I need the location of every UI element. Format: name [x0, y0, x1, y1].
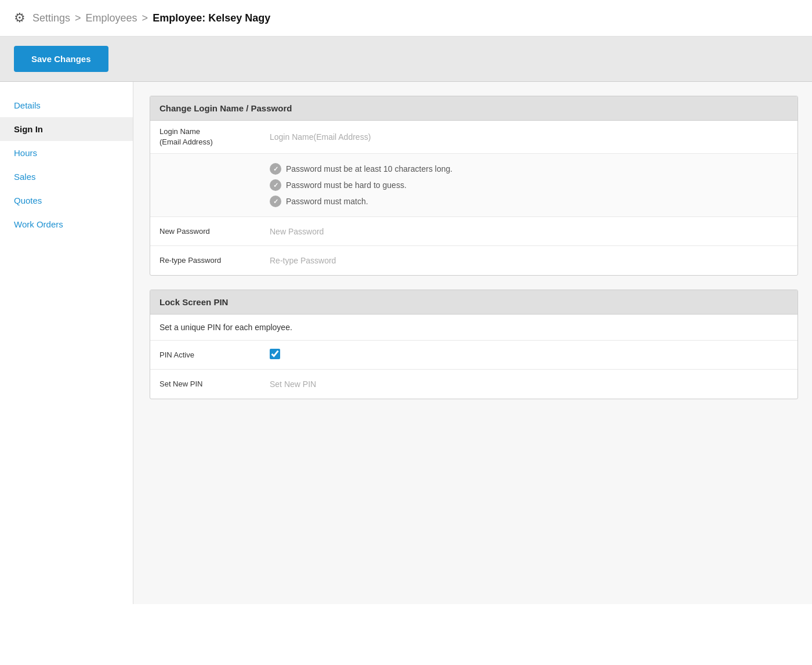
login-section: Change Login Name / Password Login Name … [150, 96, 798, 276]
pin-active-label: PIN Active [150, 344, 260, 366]
rule-guess-text: Password must be hard to guess. [286, 180, 407, 190]
sidebar-item-signin[interactable]: Sign In [0, 117, 133, 141]
breadcrumb-current: Employee: Kelsey Nagy [153, 12, 270, 24]
breadcrumb-settings: Settings [32, 12, 70, 24]
sidebar-link-hours[interactable]: Hours [14, 148, 37, 158]
save-changes-button[interactable]: Save Changes [14, 46, 108, 72]
set-pin-row: Set New PIN [150, 370, 798, 399]
retype-password-input[interactable] [270, 254, 788, 268]
login-name-value[interactable] [260, 125, 798, 149]
pin-section: Lock Screen PIN Set a unique PIN for eac… [150, 290, 798, 399]
breadcrumb-sep-2: > [142, 12, 148, 24]
login-name-input[interactable] [270, 130, 788, 144]
retype-password-value[interactable] [260, 249, 798, 272]
settings-icon: ⚙ [14, 10, 26, 26]
pin-description-text: Set a unique PIN for each employee. [160, 323, 292, 332]
sidebar-link-sales[interactable]: Sales [14, 172, 36, 182]
new-password-input[interactable] [270, 225, 788, 238]
new-password-row: New Password [150, 217, 798, 246]
rule-match-text: Password must match. [286, 197, 368, 206]
login-name-row: Login Name (Email Address) [150, 121, 798, 154]
breadcrumb-sep-1: > [75, 12, 81, 24]
sidebar-label-signin: Sign In [14, 124, 43, 134]
login-section-title: Change Login Name / Password [150, 96, 798, 121]
sidebar-item-hours[interactable]: Hours [0, 141, 133, 165]
page-header: ⚙ Settings > Employees > Employee: Kelse… [0, 0, 812, 37]
login-name-label: Login Name (Email Address) [150, 121, 260, 153]
pin-active-row: PIN Active [150, 341, 798, 370]
set-pin-label: Set New PIN [150, 373, 260, 395]
sidebar: Details Sign In Hours Sales Quotes Work … [0, 82, 133, 604]
sidebar-item-work-orders[interactable]: Work Orders [0, 212, 133, 236]
pin-active-value[interactable] [260, 344, 798, 366]
breadcrumb-employees: Employees [86, 12, 137, 24]
pin-active-checkbox[interactable] [270, 349, 280, 359]
check-icon-guess [270, 179, 281, 191]
sidebar-link-details[interactable]: Details [14, 100, 41, 110]
password-rules-row: Password must be at least 10 characters … [150, 154, 798, 217]
sidebar-item-sales[interactable]: Sales [0, 165, 133, 189]
sidebar-item-quotes[interactable]: Quotes [0, 189, 133, 212]
rule-match: Password must match. [270, 196, 788, 207]
pin-section-title: Lock Screen PIN [150, 290, 798, 315]
sidebar-link-work-orders[interactable]: Work Orders [14, 219, 63, 229]
check-icon-length [270, 163, 281, 175]
set-pin-input[interactable] [270, 377, 788, 391]
content-area: Change Login Name / Password Login Name … [133, 82, 812, 604]
retype-password-label: Re-type Password [150, 250, 260, 272]
check-icon-match [270, 196, 281, 207]
sidebar-item-details[interactable]: Details [0, 93, 133, 117]
set-pin-value[interactable] [260, 373, 798, 396]
pin-description-row: Set a unique PIN for each employee. [150, 315, 798, 341]
toolbar: Save Changes [0, 37, 812, 82]
new-password-value[interactable] [260, 220, 798, 243]
sidebar-link-quotes[interactable]: Quotes [14, 196, 42, 205]
main-layout: Details Sign In Hours Sales Quotes Work … [0, 82, 812, 604]
rule-guess: Password must be hard to guess. [270, 179, 788, 191]
new-password-label: New Password [150, 221, 260, 243]
rule-length-text: Password must be at least 10 characters … [286, 164, 452, 174]
breadcrumb: Settings > Employees > Employee: Kelsey … [32, 12, 270, 24]
retype-password-row: Re-type Password [150, 246, 798, 275]
rule-length: Password must be at least 10 characters … [270, 163, 788, 175]
